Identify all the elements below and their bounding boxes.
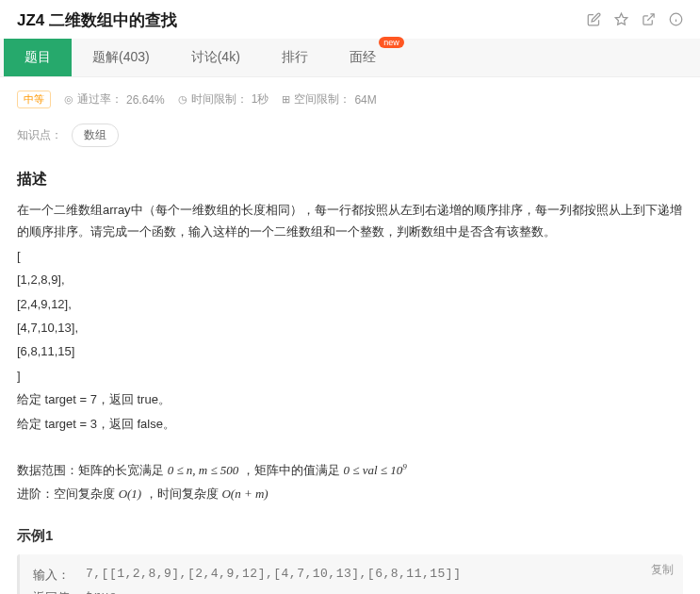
pass-rate: ◎ 通过率： 26.64% [64, 91, 165, 107]
pass-rate-label: 通过率： [77, 91, 122, 107]
return-label: 返回值： [33, 589, 86, 594]
star-icon[interactable] [614, 12, 628, 29]
memory-limit-label: 空间限制： [294, 91, 350, 107]
description: 在一个二维数组array中（每个一维数组的长度相同），每一行都按照从左到右递增的… [0, 195, 700, 450]
difficulty-badge: 中等 [17, 91, 51, 108]
copy-label: 复制 [651, 562, 674, 578]
time-limit-value: 1秒 [252, 91, 269, 107]
description-title: 描述 [0, 162, 700, 195]
check-icon: ◎ [64, 93, 73, 106]
header: JZ4 二维数组中的查找 [0, 0, 700, 39]
input-value: 7,[[1,2,8,9],[2,4,9,12],[4,7,10,13],[6,8… [86, 567, 461, 584]
memory-limit: ⊞ 空间限制： 64M [282, 91, 376, 107]
tab-interview[interactable]: 面经 new [329, 39, 397, 76]
desc-line: [1,2,8,9], [17, 269, 683, 290]
desc-line: [2,4,9,12], [17, 293, 683, 315]
tab-problem[interactable]: 题目 [4, 39, 72, 76]
advanced-part2: ，时间复杂度 [145, 487, 222, 501]
edit-icon[interactable] [587, 12, 601, 29]
desc-line: 给定 target = 3，返回 false。 [17, 413, 683, 435]
meta-row: 中等 ◎ 通过率： 26.64% ◷ 时间限制： 1秒 ⊞ 空间限制： 64M [0, 77, 700, 118]
tabs-bar: 题目 题解(403) 讨论(4k) 排行 面经 new [0, 39, 700, 77]
data-range-label: 数据范围：矩阵的长宽满足 [17, 463, 168, 477]
example1-title: 示例1 [0, 520, 700, 554]
math-val: 0 ≤ val ≤ 109 [344, 463, 407, 477]
tab-ranking[interactable]: 排行 [261, 39, 329, 76]
tab-interview-label: 面经 [350, 49, 376, 64]
header-actions [587, 12, 683, 29]
math-onm: O(n + m) [221, 487, 268, 501]
desc-line: [ [17, 245, 683, 267]
tab-solutions[interactable]: 题解(403) [72, 39, 171, 76]
example-input-row: 输入： 7,[[1,2,8,9],[2,4,9,12],[4,7,10,13],… [33, 564, 670, 586]
math-nm: 0 ≤ n, m ≤ 500 [168, 463, 239, 477]
pass-rate-value: 26.64% [126, 93, 165, 107]
time-limit-label: 时间限制： [191, 91, 248, 107]
clock-icon: ◷ [178, 93, 187, 106]
new-badge: new [379, 37, 404, 48]
math-o1: O(1) [119, 487, 142, 501]
desc-line: ] [17, 365, 683, 387]
info-icon[interactable] [669, 12, 683, 29]
example-return-row: 返回值： true [33, 586, 670, 594]
tag-array[interactable]: 数组 [72, 124, 119, 147]
knowledge-row: 知识点： 数组 [0, 118, 700, 162]
tab-discuss[interactable]: 讨论(4k) [171, 39, 261, 76]
advanced-label: 进阶：空间复杂度 [17, 487, 119, 501]
svg-marker-0 [615, 13, 627, 25]
description-intro: 在一个二维数组array中（每个一维数组的长度相同），每一行都按照从左到右递增的… [17, 199, 683, 243]
svg-line-1 [647, 13, 654, 20]
data-range-part2: ，矩阵中的值满足 [242, 463, 344, 477]
memory-icon: ⊞ [282, 93, 290, 106]
time-limit: ◷ 时间限制： 1秒 [178, 91, 269, 107]
memory-limit-value: 64M [354, 93, 376, 107]
desc-line: [6,8,11,15] [17, 340, 683, 362]
desc-line: [4,7,10,13], [17, 317, 683, 338]
page-title: JZ4 二维数组中的查找 [17, 9, 177, 31]
return-value: true [86, 589, 117, 594]
share-icon[interactable] [642, 12, 656, 29]
desc-line: 给定 target = 7，返回 true。 [17, 388, 683, 410]
input-label: 输入： [33, 567, 86, 584]
copy-button[interactable]: 复制 [651, 562, 674, 578]
example-box: 复制 输入： 7,[[1,2,8,9],[2,4,9,12],[4,7,10,1… [17, 554, 683, 594]
knowledge-label: 知识点： [17, 127, 62, 143]
data-range: 数据范围：矩阵的长宽满足 0 ≤ n, m ≤ 500 ，矩阵中的值满足 0 ≤… [0, 450, 700, 520]
